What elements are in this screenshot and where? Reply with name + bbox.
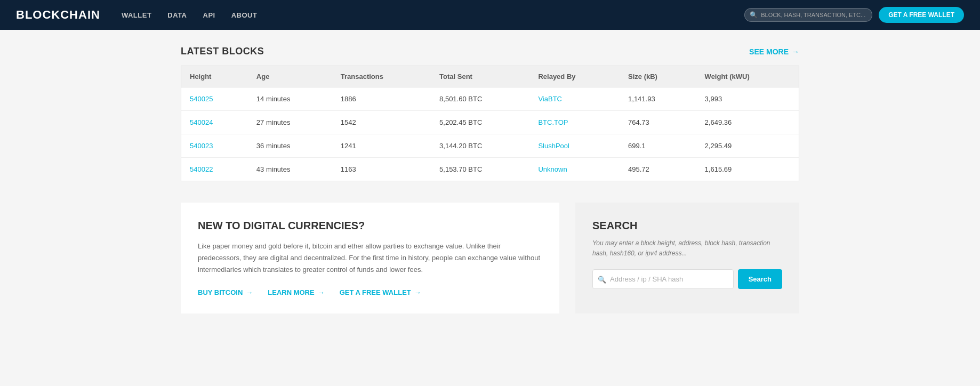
- cell-height: 540025: [181, 87, 248, 111]
- cell-size: 1,141.93: [620, 87, 696, 111]
- cell-age: 27 minutes: [248, 111, 332, 134]
- table-header: Height Age Transactions Total Sent Relay…: [181, 66, 799, 87]
- search-input-wrap: 🔍: [592, 269, 734, 289]
- cell-total-sent: 5,202.45 BTC: [431, 111, 529, 134]
- nav-data[interactable]: DATA: [167, 11, 187, 19]
- block-height-link[interactable]: 540025: [190, 95, 213, 103]
- section-title: LATEST BLOCKS: [181, 46, 264, 57]
- arrow-icon: →: [414, 288, 421, 296]
- cell-relayed-by: ViaBTC: [529, 87, 620, 111]
- cell-size: 764.73: [620, 111, 696, 134]
- relayed-by-link[interactable]: ViaBTC: [538, 95, 562, 103]
- buy-bitcoin-link[interactable]: BUY BITCOIN →: [198, 288, 253, 296]
- cell-transactions: 1241: [332, 134, 431, 158]
- cell-height: 540022: [181, 158, 248, 181]
- cell-weight: 2,649.36: [696, 111, 799, 134]
- new-to-crypto-title: NEW TO DIGITAL CURRENCIES?: [198, 220, 542, 232]
- search-icon: 🔍: [598, 275, 606, 283]
- section-header: LATEST BLOCKS SEE MORE →: [181, 46, 799, 57]
- search-description: You may enter a block height, address, b…: [592, 238, 782, 259]
- bottom-section: NEW TO DIGITAL CURRENCIES? Like paper mo…: [181, 203, 799, 313]
- cell-transactions: 1886: [332, 87, 431, 111]
- learn-more-link[interactable]: LEARN MORE →: [268, 288, 324, 296]
- see-more-link[interactable]: SEE MORE →: [749, 47, 799, 56]
- nav-links: WALLET DATA API ABOUT: [122, 11, 744, 19]
- relayed-by-link[interactable]: Unknown: [538, 165, 567, 173]
- cell-relayed-by: SlushPool: [529, 134, 620, 158]
- cell-weight: 1,615.69: [696, 158, 799, 181]
- block-height-link[interactable]: 540023: [190, 142, 213, 150]
- nav-search-icon: 🔍: [750, 11, 758, 19]
- arrow-icon: →: [318, 288, 325, 296]
- cta-links: BUY BITCOIN → LEARN MORE → GET A FREE WA…: [198, 288, 542, 296]
- cell-relayed-by: BTC.TOP: [529, 111, 620, 134]
- cell-weight: 2,295.49: [696, 134, 799, 158]
- search-button[interactable]: Search: [738, 269, 782, 289]
- cell-age: 36 minutes: [248, 134, 332, 158]
- cell-weight: 3,993: [696, 87, 799, 111]
- table-row: 540024 27 minutes 1542 5,202.45 BTC BTC.…: [181, 111, 799, 134]
- navbar: BLOCKCHAIN WALLET DATA API ABOUT 🔍 GET A…: [0, 0, 980, 30]
- nav-search-wrap: 🔍: [744, 8, 872, 22]
- nav-api[interactable]: API: [203, 11, 215, 19]
- cell-total-sent: 8,501.60 BTC: [431, 87, 529, 111]
- table-row: 540023 36 minutes 1241 3,144.20 BTC Slus…: [181, 134, 799, 158]
- arrow-icon: →: [246, 288, 253, 296]
- cell-height: 540023: [181, 134, 248, 158]
- search-panel: SEARCH You may enter a block height, add…: [575, 203, 799, 313]
- relayed-by-link[interactable]: SlushPool: [538, 142, 569, 150]
- nav-wallet[interactable]: WALLET: [122, 11, 151, 19]
- cell-size: 699.1: [620, 134, 696, 158]
- col-age: Age: [248, 66, 332, 87]
- cell-transactions: 1542: [332, 111, 431, 134]
- search-title: SEARCH: [592, 220, 782, 232]
- cell-transactions: 1163: [332, 158, 431, 181]
- block-height-link[interactable]: 540022: [190, 165, 213, 173]
- table-row: 540022 43 minutes 1163 5,153.70 BTC Unkn…: [181, 158, 799, 181]
- cell-relayed-by: Unknown: [529, 158, 620, 181]
- arrow-icon: →: [792, 47, 799, 56]
- nav-search-input[interactable]: [744, 8, 872, 22]
- cell-age: 14 minutes: [248, 87, 332, 111]
- col-transactions: Transactions: [332, 66, 431, 87]
- col-size: Size (kB): [620, 66, 696, 87]
- table-row: 540025 14 minutes 1886 8,501.60 BTC ViaB…: [181, 87, 799, 111]
- main-content: LATEST BLOCKS SEE MORE → Height Age Tran…: [170, 30, 810, 329]
- blocks-tbody: 540025 14 minutes 1886 8,501.60 BTC ViaB…: [181, 87, 799, 181]
- nav-about[interactable]: ABOUT: [231, 11, 258, 19]
- cell-total-sent: 3,144.20 BTC: [431, 134, 529, 158]
- relayed-by-link[interactable]: BTC.TOP: [538, 118, 568, 126]
- col-height: Height: [181, 66, 248, 87]
- cell-size: 495.72: [620, 158, 696, 181]
- search-input[interactable]: [592, 269, 734, 289]
- new-to-crypto-body: Like paper money and gold before it, bit…: [198, 240, 542, 276]
- block-height-link[interactable]: 540024: [190, 118, 213, 126]
- col-relayed-by: Relayed By: [529, 66, 620, 87]
- blocks-table: Height Age Transactions Total Sent Relay…: [181, 66, 799, 181]
- cell-age: 43 minutes: [248, 158, 332, 181]
- new-to-crypto-panel: NEW TO DIGITAL CURRENCIES? Like paper mo…: [181, 203, 559, 313]
- search-input-row: 🔍 Search: [592, 269, 782, 289]
- site-logo[interactable]: BLOCKCHAIN: [16, 8, 100, 22]
- col-total-sent: Total Sent: [431, 66, 529, 87]
- nav-right: 🔍 GET A FREE WALLET: [744, 7, 964, 23]
- cell-height: 540024: [181, 111, 248, 134]
- latest-blocks-section: LATEST BLOCKS SEE MORE → Height Age Tran…: [181, 46, 799, 181]
- nav-cta-button[interactable]: GET A FREE WALLET: [879, 7, 964, 23]
- col-weight: Weight (kWU): [696, 66, 799, 87]
- cell-total-sent: 5,153.70 BTC: [431, 158, 529, 181]
- get-free-wallet-link[interactable]: GET A FREE WALLET →: [340, 288, 421, 296]
